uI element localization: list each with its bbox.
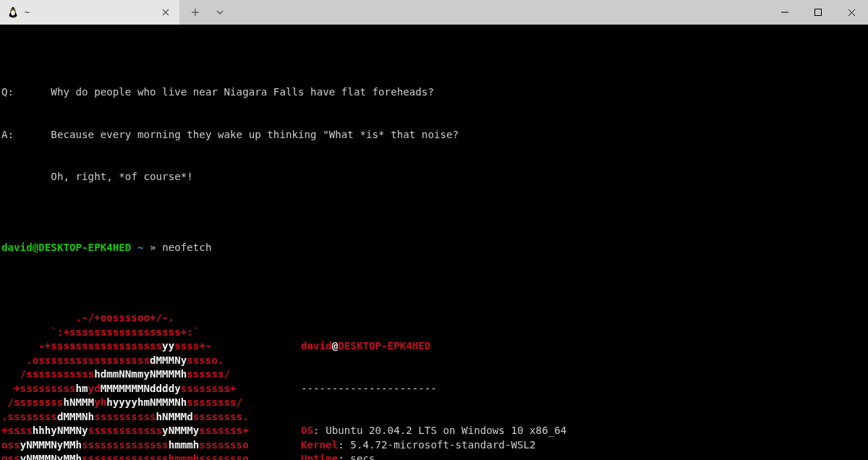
svg-point-5 [14,9,14,10]
neofetch-info-value: secs [350,453,375,460]
neofetch-separator: ---------------------- [301,382,566,396]
titlebar-drag-region[interactable] [236,0,768,25]
tab-dropdown-button[interactable] [214,7,226,18]
ascii-row: .ssssssssdMMMNhsssssssssshNMMMdssssssss. [1,410,301,425]
maximize-icon [814,9,822,16]
tab-controls [179,0,236,25]
new-tab-button[interactable] [190,7,201,18]
neofetch-info-label: Uptime [301,453,338,460]
minimize-icon [781,9,788,16]
neofetch-info-row: Kernel: 5.4.72-microsoft-standard-WSL2 [301,438,566,453]
tux-icon [7,7,19,18]
ascii-row: `:+ssssssssssssssssss+:` [1,325,301,340]
window-controls [768,0,868,25]
neofetch-info-column: david@DESKTOP-EPK4HED ------------------… [301,311,566,460]
prompt-line-1: david@DESKTOP-EPK4HED ~ » neofetch [1,241,867,255]
active-tab[interactable]: ~ [0,0,179,25]
neofetch-info-label: OS [301,425,313,436]
ascii-row: +sssshhhyNMMNyssssssssssssyNMMMysssssss+ [1,424,301,438]
plus-icon [191,8,200,17]
neofetch-info-row: OS: Ubuntu 20.04.2 LTS on Windows 10 x86… [301,424,566,438]
ascii-row: /ssssssssssshdmmNNmmyNMMMMhssssss/ [1,367,301,382]
window-titlebar: ~ [0,0,868,25]
fortune-question: Q: Why do people who live near Niagara F… [1,85,867,100]
ascii-row: /sssssssshNMMMyhhyyyyhmNMMMNhssssssss/ [1,396,301,410]
ascii-row: ossyNMMMNyMMhsssssssssssssshmmmhssssssso [1,438,301,453]
fortune-answer-line1: A: Because every morning they wake up th… [1,128,867,142]
svg-rect-11 [815,9,822,16]
neofetch-info-value: Ubuntu 20.04.2 LTS on Windows 10 x86_64 [326,425,566,436]
neofetch-output: .-/+oossssoo+/-. `:+ssssssssssssssssss+:… [1,311,867,460]
maximize-button[interactable] [801,0,835,25]
ascii-row: .ossssssssssssssssssdMMMNysssso. [1,354,301,368]
chevron-down-icon [216,9,224,15]
close-icon [848,9,856,17]
ascii-row: ossyNMMMNyMMhsssssssssssssshmmmhssssssso [1,452,301,460]
svg-point-4 [12,9,13,10]
ascii-row: -+ssssssssssssssssssyyssss+- [1,339,301,354]
close-window-button[interactable] [835,0,868,25]
fortune-answer-line2: Oh, right, *of course*! [1,170,867,184]
ascii-row: .-/+oossssoo+/-. [1,311,301,325]
terminal-body[interactable]: Q: Why do people who live near Niagara F… [0,25,868,460]
ascii-row: +ssssssssshmydMMMMMMMNddddyssssssss+ [1,382,301,396]
neofetch-header: david@DESKTOP-EPK4HED [301,339,566,354]
neofetch-ascii-logo: .-/+oossssoo+/-. `:+ssssssssssssssssss+:… [1,311,301,460]
neofetch-info-value: 5.4.72-microsoft-standard-WSL2 [350,439,535,451]
neofetch-info-label: Kernel [301,439,338,451]
tab-title: ~ [25,7,153,17]
tab-close-button[interactable] [159,6,172,19]
minimize-button[interactable] [768,0,801,25]
close-icon [162,9,169,16]
neofetch-info-row: Uptime: secs [301,452,566,460]
